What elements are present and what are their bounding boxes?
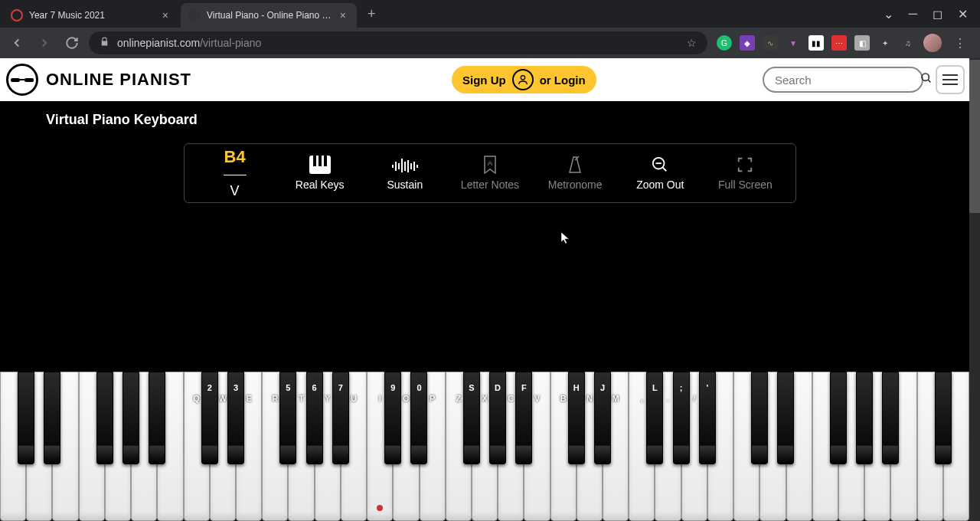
black-key[interactable]: 7 (332, 372, 349, 464)
profile-avatar[interactable] (923, 34, 942, 52)
tab-favicon-icon (188, 9, 201, 21)
letter-notes-button[interactable]: A Letter Notes (459, 156, 521, 191)
user-circle-icon (512, 69, 534, 90)
key-label: N (586, 394, 593, 403)
playlist-icon[interactable]: ♫ (900, 35, 916, 51)
metronome-button[interactable]: Metronome (544, 156, 606, 191)
scrollbar-thumb[interactable] (969, 60, 980, 213)
site-logo[interactable]: ONLINE PIANIST (6, 64, 191, 96)
key-label: D (495, 383, 501, 392)
extension-icon[interactable]: ◆ (740, 35, 755, 51)
signup-link[interactable]: Sign Up (462, 74, 506, 87)
metronome-icon (567, 156, 583, 174)
minimize-icon[interactable]: ─ (909, 7, 917, 21)
close-icon[interactable]: × (337, 9, 349, 21)
browser-tab[interactable]: Virtual Piano - Online Piano Keyb × (181, 3, 357, 28)
arrow-left-icon (10, 36, 24, 50)
black-key[interactable] (44, 372, 60, 464)
key-label: ' (707, 383, 709, 392)
black-key[interactable] (18, 372, 34, 464)
search-input[interactable] (775, 74, 920, 87)
new-tab-button[interactable]: + (358, 6, 385, 22)
tab-title: Year 7 Music 2021 (29, 10, 159, 21)
black-key[interactable]: ' (699, 372, 716, 464)
black-key[interactable] (751, 372, 768, 464)
black-key[interactable]: J (594, 372, 611, 464)
reload-button[interactable] (61, 32, 83, 54)
sustain-button[interactable]: Sustain (374, 156, 436, 191)
key-label: T (299, 394, 304, 403)
chevron-down-icon[interactable]: ⌄ (884, 7, 893, 21)
note-keyboard-key: V (230, 183, 240, 199)
login-link[interactable]: or Login (540, 74, 586, 87)
logo-text: ONLINE PIANIST (46, 70, 191, 90)
key-label: / (693, 394, 695, 403)
key-label: 0 (416, 383, 421, 392)
back-button[interactable] (6, 32, 28, 54)
key-label: Z (456, 394, 461, 403)
full-screen-button[interactable]: Full Screen (714, 156, 776, 191)
svg-rect-9 (324, 156, 327, 166)
tab-favicon-icon (11, 9, 23, 21)
black-key[interactable] (122, 372, 139, 464)
extension-icon[interactable]: G (717, 35, 732, 51)
forward-button[interactable] (34, 32, 55, 54)
extension-icon[interactable]: ∿ (763, 35, 778, 51)
black-key[interactable] (96, 372, 113, 464)
black-key[interactable] (777, 372, 794, 464)
window-controls: ⌄ ─ ◻ ✕ (884, 7, 977, 21)
black-key[interactable]: 2 (201, 372, 218, 464)
maximize-icon[interactable]: ◻ (933, 7, 942, 21)
key-label: H (573, 383, 580, 392)
key-label: J (600, 383, 605, 392)
black-key[interactable]: H (568, 372, 585, 464)
puzzle-icon[interactable]: ✦ (877, 35, 893, 51)
black-key[interactable] (935, 372, 952, 464)
black-key[interactable]: ; (673, 372, 690, 464)
search-box[interactable] (763, 67, 923, 93)
key-label: E (246, 394, 251, 403)
url-input[interactable]: onlinepianist.com/virtual-piano ☆ (89, 31, 707, 54)
note-name: B4 (224, 147, 246, 167)
close-icon[interactable]: × (159, 9, 172, 21)
svg-point-3 (521, 76, 524, 80)
chrome-menu-icon[interactable]: ⋮ (949, 36, 971, 51)
black-key[interactable]: L (646, 372, 663, 464)
black-key[interactable]: 3 (227, 372, 244, 464)
black-key[interactable]: 0 (410, 372, 427, 464)
browser-tab[interactable]: Year 7 Music 2021 × (3, 3, 179, 28)
extension-icon[interactable]: ▼ (786, 35, 801, 51)
key-label: U (351, 394, 357, 403)
search-icon[interactable] (920, 72, 933, 87)
hamburger-menu-button[interactable] (936, 65, 965, 94)
svg-line-23 (663, 168, 667, 172)
close-window-icon[interactable]: ✕ (958, 7, 968, 21)
black-key[interactable]: 6 (306, 372, 323, 464)
expand-icon (737, 156, 753, 174)
black-key[interactable]: 5 (279, 372, 296, 464)
black-key[interactable] (856, 372, 873, 464)
page-content: ONLINE PIANIST Sign Up or Login Virtual … (0, 58, 980, 521)
logo-icon (6, 64, 38, 96)
black-key[interactable]: D (489, 372, 506, 464)
black-key[interactable] (830, 372, 847, 464)
black-key[interactable] (882, 372, 899, 464)
real-keys-button[interactable]: Real Keys (289, 156, 351, 191)
black-key[interactable]: F (515, 372, 532, 464)
key-label: , (641, 394, 643, 403)
arrow-right-icon (38, 36, 51, 50)
current-note-display: B4 V (204, 147, 266, 199)
extension-icon[interactable]: ⋯ (831, 35, 847, 51)
vertical-scrollbar[interactable] (969, 58, 980, 521)
zoom-out-button[interactable]: Zoom Out (629, 156, 691, 191)
tab-title: Virtual Piano - Online Piano Keyb (207, 10, 337, 21)
bookmark-star-icon[interactable]: ☆ (687, 37, 697, 49)
svg-rect-0 (11, 78, 20, 82)
black-key[interactable]: 9 (384, 372, 401, 464)
extension-icon[interactable]: ▮▮ (808, 35, 824, 51)
piano-keyboard: QWERTYUIOPZXCVBNM,./2356790SDFHJL;' (0, 372, 969, 521)
browser-tab-strip: Year 7 Music 2021 × Virtual Piano - Onli… (0, 0, 980, 28)
black-key[interactable]: S (463, 372, 480, 464)
black-key[interactable] (149, 372, 165, 464)
extension-icon[interactable]: ◧ (854, 35, 870, 51)
